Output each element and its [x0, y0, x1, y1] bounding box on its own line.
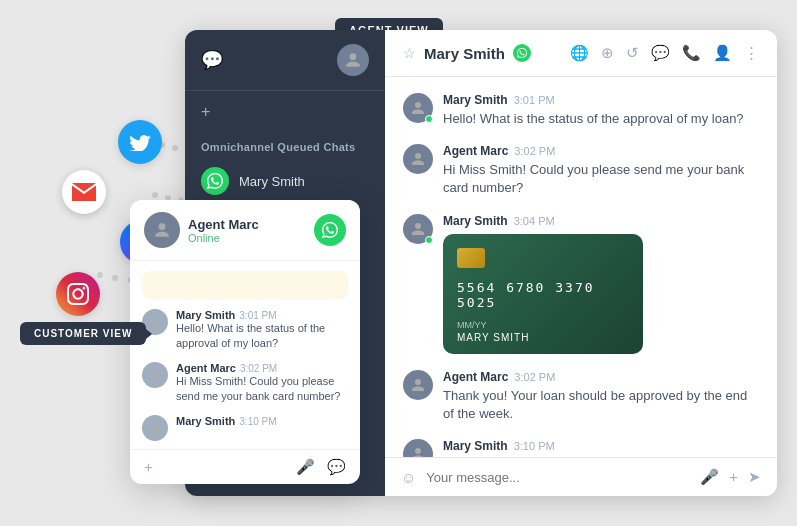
messages-area: Mary Smith 3:01 PM Hello! What is the st… [385, 77, 777, 457]
twitter-icon [118, 120, 162, 164]
svg-point-3 [152, 192, 158, 198]
card-expiry-label: MM/YY [457, 320, 487, 330]
card-name: MARY SMITH [457, 332, 629, 343]
cv-message-time: 3:10 PM [239, 416, 276, 427]
message-content: Mary Smith 3:10 PM Great thank you! [443, 439, 759, 457]
cv-agent-name: Agent Marc [188, 217, 259, 232]
cv-msg-avatar [142, 415, 168, 441]
message-row: Mary Smith 3:10 PM Great thank you! [403, 439, 759, 457]
message-row: Mary Smith 3:01 PM Hello! What is the st… [403, 93, 759, 128]
cv-msg-avatar [142, 362, 168, 388]
message-time: 3:02 PM [514, 371, 555, 383]
cv-message-sender: Mary Smith [176, 309, 235, 321]
cv-message-content: Mary Smith 3:01 PM Hello! What is the st… [176, 309, 348, 352]
chat-main: ☆ Mary Smith 🌐 ⊕ ↺ 💬 📞 👤 ⋮ [385, 30, 777, 496]
profile-icon[interactable]: 👤 [713, 44, 732, 62]
add-icon[interactable]: ⊕ [601, 44, 614, 62]
message-meta: Mary Smith 3:01 PM [443, 93, 759, 107]
sidebar-header: 💬 [185, 30, 385, 91]
svg-point-16 [415, 102, 421, 108]
cv-message-sender: Mary Smith [176, 415, 235, 427]
customer-view-panel: Agent Marc Online Mary Smith 3:01 PM Hel… [130, 200, 360, 484]
cv-agent-info: Agent Marc Online [144, 212, 259, 248]
input-actions: 🎤 + ➤ [700, 468, 761, 486]
card-number: 5564 6780 3370 5025 [457, 280, 629, 310]
cv-message-sender: Agent Marc [176, 362, 236, 374]
cv-whatsapp-badge [314, 214, 346, 246]
message-sender: Agent Marc [443, 144, 508, 158]
message-row-card: Mary Smith 3:04 PM 5564 6780 3370 5025 M… [403, 214, 759, 354]
message-input[interactable] [426, 470, 690, 485]
cv-message-meta: Agent Marc 3:02 PM [176, 362, 348, 374]
chat-contact-name: Mary Smith [424, 45, 505, 62]
message-avatar-mary [403, 93, 433, 123]
send-icon[interactable]: ➤ [748, 468, 761, 486]
svg-point-19 [415, 379, 421, 385]
chat-header: ☆ Mary Smith 🌐 ⊕ ↺ 💬 📞 👤 ⋮ [385, 30, 777, 77]
message-time: 3:10 PM [514, 440, 555, 452]
star-icon[interactable]: ☆ [403, 45, 416, 61]
message-time: 3:02 PM [514, 145, 555, 157]
svg-point-1 [172, 145, 178, 151]
whatsapp-badge [513, 44, 531, 62]
message-content: Agent Marc 3:02 PM Hi Miss Smith! Could … [443, 144, 759, 197]
cv-message-meta: Mary Smith 3:01 PM [176, 309, 348, 321]
message-avatar-mary3 [403, 439, 433, 457]
svg-point-20 [415, 448, 421, 454]
chat-action-icon[interactable]: 💬 [651, 44, 670, 62]
svg-point-9 [97, 272, 103, 278]
microphone-icon[interactable]: 🎤 [700, 468, 719, 486]
chat-name-mary: Mary Smith [239, 174, 305, 189]
queued-chats-title: Omnichannel Queued Chats [185, 133, 385, 159]
cv-message-text: Hello! What is the status of the approva… [176, 321, 348, 352]
message-text: Thank you! Your loan should be approved … [443, 387, 759, 423]
chat-list-item-mary[interactable]: Mary Smith [185, 159, 385, 203]
cv-add-icon[interactable]: + [144, 458, 153, 475]
cv-message-content: Mary Smith 3:10 PM [176, 415, 277, 427]
customer-view-label: CUSTOMER VIEW [20, 322, 146, 345]
message-avatar-agent2 [403, 370, 433, 400]
message-time: 3:01 PM [514, 94, 555, 106]
cv-footer: + 🎤 💬 [130, 449, 360, 484]
message-meta: Agent Marc 3:02 PM [443, 370, 759, 384]
translate-icon[interactable]: 🌐 [570, 44, 589, 62]
message-avatar-mary2 [403, 214, 433, 244]
add-chat-button[interactable]: + [185, 91, 385, 133]
message-sender: Agent Marc [443, 370, 508, 384]
message-avatar-agent [403, 144, 433, 174]
cv-mic-icon[interactable]: 🎤 [296, 458, 315, 476]
cv-agent-status: Online [188, 232, 259, 244]
message-content-card: Mary Smith 3:04 PM 5564 6780 3370 5025 M… [443, 214, 759, 354]
chat-header-actions: 🌐 ⊕ ↺ 💬 📞 👤 ⋮ [570, 44, 759, 62]
svg-point-24 [153, 423, 158, 428]
message-row: Agent Marc 3:02 PM Thank you! Your loan … [403, 370, 759, 423]
cv-message-row: Mary Smith 3:01 PM Hello! What is the st… [142, 309, 348, 352]
cv-message-row: Agent Marc 3:02 PM Hi Miss Smith! Could … [142, 362, 348, 405]
credit-card: 5564 6780 3370 5025 MM/YY MARY SMITH [443, 234, 643, 354]
cv-attachment-icon[interactable]: 💬 [327, 458, 346, 476]
message-content: Mary Smith 3:01 PM Hello! What is the st… [443, 93, 759, 128]
svg-point-22 [153, 317, 158, 322]
message-content: Agent Marc 3:02 PM Thank you! Your loan … [443, 370, 759, 423]
svg-point-15 [350, 53, 357, 60]
message-input-area: ☺ 🎤 + ➤ [385, 457, 777, 496]
svg-point-21 [159, 223, 166, 230]
message-row: Agent Marc 3:02 PM Hi Miss Smith! Could … [403, 144, 759, 197]
svg-point-23 [153, 370, 158, 375]
cv-message-meta: Mary Smith 3:10 PM [176, 415, 277, 427]
attachment-icon[interactable]: + [729, 468, 738, 486]
cv-agent-avatar [144, 212, 180, 248]
message-text: Hi Miss Smith! Could you please send me … [443, 161, 759, 197]
refresh-icon[interactable]: ↺ [626, 44, 639, 62]
emoji-icon[interactable]: ☺ [401, 469, 416, 486]
message-meta: Agent Marc 3:02 PM [443, 144, 759, 158]
svg-point-17 [415, 153, 421, 159]
message-meta: Mary Smith 3:04 PM [443, 214, 759, 228]
svg-point-10 [112, 275, 118, 281]
more-icon[interactable]: ⋮ [744, 44, 759, 62]
cv-message-row: Mary Smith 3:10 PM [142, 415, 348, 441]
chat-icon: 💬 [201, 49, 223, 71]
phone-icon[interactable]: 📞 [682, 44, 701, 62]
message-text: Hello! What is the status of the approva… [443, 110, 759, 128]
chat-avatar-mary [201, 167, 229, 195]
